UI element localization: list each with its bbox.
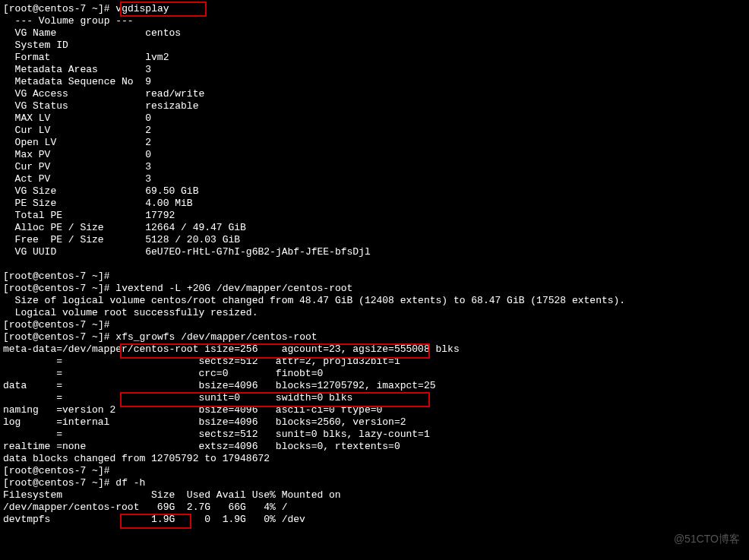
df-row-devtmpfs: devtmpfs 1.9G 0 1.9G 0% /dev <box>3 514 305 525</box>
watermark: @51CTO博客 <box>674 533 740 546</box>
cmd-lvextend[interactable]: lvextend -L +20G /dev/mapper/centos-root <box>115 283 352 294</box>
cmd-vgdisplay[interactable]: vgdisplay <box>115 3 169 14</box>
lvextend-line2: Logical volume root successfully resized… <box>15 307 258 318</box>
cmd-df[interactable]: df -h <box>115 477 145 489</box>
df-header: Filesystem Size Used Avail Use% Mounted … <box>3 489 341 501</box>
terminal-output: [root@centos-7 ~]# vgdisplay --- Volume … <box>0 0 749 526</box>
xfs-out: meta-data=/dev/mapper/centos-root isize=… <box>3 343 460 464</box>
vg-header: --- Volume group --- <box>15 15 134 27</box>
cmd-xfs-growfs[interactable]: xfs_growfs /dev/mapper/centos-root <box>115 331 317 343</box>
lvextend-line1: Size of logical volume centos/root chang… <box>15 295 626 306</box>
df-row-root: /dev/mapper/centos-root 69G 2.7G 66G 4% … <box>3 501 287 513</box>
